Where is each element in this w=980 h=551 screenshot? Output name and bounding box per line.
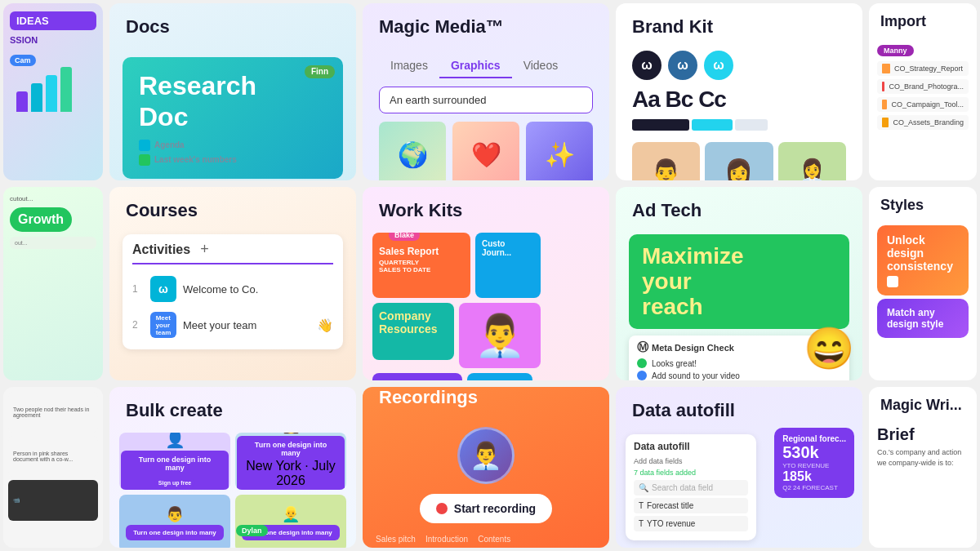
bulk-item-3: 👨 Turn one design into many <box>119 495 230 548</box>
file-icon-3 <box>882 100 887 109</box>
courses-label: Courses <box>109 187 356 228</box>
sales-report-text: Sales Report <box>379 246 464 257</box>
magic-media-cell: Magic Media™ Images Graphics Videos An e… <box>363 3 609 180</box>
magic-write-content: Brief Co.'s company and action we compan… <box>869 419 977 474</box>
tab-videos[interactable]: Videos <box>512 54 570 78</box>
bulk-item-2: 👩 Turn one design into many New York · J… <box>235 433 346 490</box>
import-file-3: CO_Campaign_Tool... <box>877 97 969 112</box>
check-dot-2 <box>637 371 647 380</box>
ideas-tag: IDEAS <box>10 11 96 30</box>
work-kits-content: Blake Sales Report QUARTERLYSALES TO DAT… <box>363 228 609 380</box>
course-item-2: 2 Meetyourteam Meet your team 👋 <box>132 307 333 343</box>
brand-color-bars <box>616 113 862 137</box>
adtech-check-row-2: Add sound to your video <box>637 371 841 380</box>
da-card: Data autofill Add data fields 7 data fie… <box>626 434 756 540</box>
brand-logo-2: ω <box>668 51 697 80</box>
recordings-content: 👨‍💼 Start recording <box>363 415 609 535</box>
growth-tag: Growth <box>10 207 72 232</box>
import-file-2: CO_Brand_Photogra... <box>877 79 969 94</box>
adtech-green-block: Maximizeyourreach <box>629 234 849 329</box>
wk-person-card: 👨‍💼 <box>459 303 541 368</box>
mm-image-2: ❤️ <box>452 122 519 180</box>
file-icon-2 <box>882 82 884 91</box>
left-partial-row1: IDEAS SSION Cam <box>3 3 103 180</box>
color-bar-dark <box>632 119 689 131</box>
activities-header: Activities + <box>132 241 333 264</box>
styles-canva-row <box>887 276 959 287</box>
work-kits-cell: Work Kits Blake Sales Report QUARTERLYSA… <box>363 187 609 380</box>
courses-cell: Courses Activities + 1 ω Welcome to Co. … <box>109 187 356 380</box>
brand-logo-1: ω <box>632 51 662 80</box>
research-doc-title: ResearchDoc <box>139 70 327 133</box>
wk-card-sales-report: Blake Sales Report QUARTERLYSALES TO DAT… <box>372 233 470 298</box>
check-dot-1 <box>637 358 647 368</box>
import-content: Manny CO_Strategy_Report CO_Brand_Photog… <box>869 35 977 136</box>
color-bar-light <box>735 119 768 131</box>
wk-card-company-resources-1: CompanyResources <box>372 303 454 360</box>
color-bar-teal <box>692 119 733 131</box>
brand-kit-cell: Brand Kit ω ω ω Aa Bc Cc 👨 👩 👩‍💼 <box>616 3 862 180</box>
rec-dot <box>436 503 448 514</box>
bulk-item-1: 👤 Turn one design into many Sign up free <box>119 433 230 490</box>
file-icon-4 <box>882 118 889 127</box>
cutout-box: out... <box>10 237 96 249</box>
bulk-left-item-3: 📹 <box>8 480 98 521</box>
docs-footer: Agenda Last week's numbers <box>139 140 327 166</box>
new-york-text: New York · July 2026 <box>242 459 340 488</box>
recordings-footer: Sales pitch Introduction Contents <box>363 535 609 548</box>
da-card-title: Data autofill <box>634 441 748 452</box>
styles-cell: Styles Unlock design consistency Match a… <box>869 187 977 380</box>
manny-badge: Manny <box>877 45 914 56</box>
brand-kit-label: Brand Kit <box>616 3 862 44</box>
recordings-cell: Recordings 👨‍💼 Start recording Sales pit… <box>363 387 609 548</box>
file-icon-1 <box>882 64 890 73</box>
import-file-4: CO_Assets_Branding <box>877 115 969 130</box>
match-design-text: Match any design style <box>887 307 959 330</box>
finn-badge: Finn <box>305 65 335 78</box>
import-file-list: CO_Strategy_Report CO_Brand_Photogra... … <box>877 61 969 130</box>
course-item-1: 1 ω Welcome to Co. <box>132 271 333 307</box>
mm-image-1: 🌍 <box>379 122 446 180</box>
magic-write-label: Magic Wri... <box>869 387 977 419</box>
tab-graphics[interactable]: Graphics <box>439 54 512 78</box>
activities-title: Activities <box>132 242 190 257</box>
left-partial-row3: Two people nod their heads in agreement … <box>3 387 103 548</box>
magic-media-label: Magic Media™ <box>363 3 609 44</box>
canva-mini-icon <box>887 276 898 287</box>
mw-brief: Brief <box>877 425 969 444</box>
start-recording-button[interactable]: Start recording <box>420 494 552 523</box>
wk-card-company-resources-2: Unleash Success withStrategic Sales Tips <box>372 373 462 380</box>
chart-bars <box>10 66 96 115</box>
styles-label: Styles <box>869 187 977 219</box>
work-kits-label: Work Kits <box>363 187 609 228</box>
company-resources-1: CompanyResources <box>379 309 448 335</box>
magic-write-cell: Magic Wri... Brief Co.'s company and act… <box>869 387 977 548</box>
bulk-left-items: Two people nod their heads in agreement … <box>3 387 103 526</box>
footer-item-1: Agenda <box>139 140 327 151</box>
brand-photo-2: 👩 <box>705 142 773 180</box>
ad-tech-cell: Ad Tech Maximizeyourreach Ⓜ Meta Design … <box>616 187 862 380</box>
data-autofill-cell: Data autofill Data autofill Add data fie… <box>616 387 862 548</box>
bulk-grid: 👤 Turn one design into many Sign up free… <box>109 428 356 548</box>
da-field-yto: T YTO revenue <box>634 516 748 531</box>
brand-logos-row: ω ω ω <box>616 44 862 87</box>
import-label: Import <box>869 3 977 35</box>
wk-card-about: Abo... <box>467 373 532 380</box>
import-cell: Import Manny CO_Strategy_Report CO_Brand… <box>869 3 977 180</box>
tab-images[interactable]: Images <box>379 54 439 78</box>
course-icon-2: Meetyourteam <box>150 312 176 338</box>
magic-media-input[interactable]: An earth surrounded <box>379 87 593 113</box>
brand-logo-3: ω <box>704 51 733 80</box>
recordings-avatar: 👨‍💼 <box>457 427 514 484</box>
docs-cell: Docs Finn ResearchDoc Agenda Last week's… <box>109 3 356 180</box>
bulk-left-item-1: Two people nod their heads in agreement <box>8 392 98 433</box>
brand-font-display: Aa Bc Cc <box>616 87 862 113</box>
bulk-item-4: 👱‍♂️ Turn one design into many <box>235 495 346 548</box>
cam-badge: Cam <box>10 55 36 66</box>
activities-plus: + <box>200 241 209 258</box>
hand-icon: 👋 <box>317 318 333 333</box>
docs-label: Docs <box>109 3 356 44</box>
data-autofill-label: Data autofill <box>616 387 862 428</box>
adtech-person: 😄 <box>804 325 854 372</box>
import-file-1: CO_Strategy_Report <box>877 61 969 76</box>
